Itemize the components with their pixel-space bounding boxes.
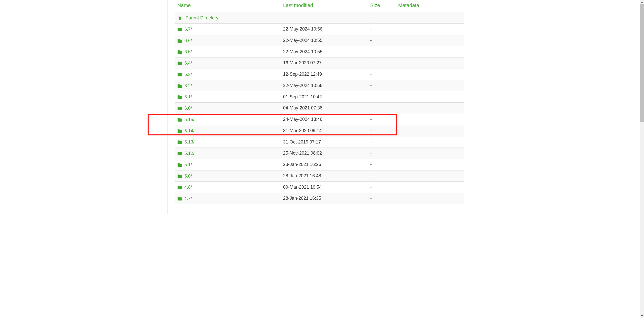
folder-name-label: 5.1/ [184,162,192,167]
vertical-scrollbar[interactable] [640,0,644,318]
folder-name-label: 6.5/ [184,49,192,54]
table-row: 5.13/31-Oct-2019 07:17- [175,136,464,148]
metadata-cell [396,170,464,182]
name-cell: 6.0/ [175,103,281,114]
modified-cell: 12-Sep-2022 12:49 [281,69,368,80]
size-cell: - [368,80,396,91]
name-cell: 5.13/ [175,136,281,148]
folder-icon [177,128,182,133]
column-header-metadata[interactable]: Metadata [396,0,464,12]
scrollbar-thumb[interactable] [640,4,644,122]
table-row: 5.14/31-Mar-2020 09:14- [175,125,464,136]
table-row: 4.7/28-Jan-2021 16:35- [175,193,464,204]
folder-icon [177,185,182,190]
folder-link[interactable]: 6.3/ [177,72,192,77]
folder-icon [177,83,182,88]
folder-link[interactable]: 6.7/ [177,26,192,32]
folder-name-label: 5.14/ [184,128,194,133]
folder-link[interactable]: 6.2/ [177,83,192,88]
size-cell: - [368,69,396,80]
modified-cell: 22-May-2024 10:56 [281,23,368,35]
folder-link[interactable]: 4.7/ [177,196,192,201]
modified-cell: 01-Sep-2021 10:42 [281,91,368,103]
modified-cell: 25-Nov-2021 08:02 [281,148,368,159]
folder-icon [177,117,182,122]
name-cell: 5.14/ [175,125,281,136]
folder-name-label: 6.6/ [184,38,192,43]
table-row: 6.4/16-Mar-2023 07:27- [175,57,464,69]
table-row: 5.1/28-Jan-2021 16:26- [175,159,464,170]
folder-name-label: 5.13/ [184,139,194,144]
name-cell: 6.3/ [175,69,281,80]
folder-link[interactable]: 5.14/ [177,128,194,133]
column-header-modified[interactable]: Last modified [281,0,368,12]
modified-cell: 31-Oct-2019 07:17 [281,136,368,148]
metadata-cell [396,193,464,204]
folder-link[interactable]: 6.4/ [177,60,192,65]
size-cell: - [368,103,396,114]
parent-size-cell: - [368,12,396,23]
metadata-cell [396,136,464,148]
folder-name-label: 5.0/ [184,173,192,178]
metadata-cell [396,69,464,80]
size-cell: - [368,182,396,193]
folder-icon [177,94,182,100]
parent-directory-link[interactable]: Parent Directory [177,15,218,20]
folder-link[interactable]: 6.5/ [177,49,192,54]
metadata-cell [396,91,464,103]
folder-name-label: 6.4/ [184,61,192,66]
metadata-cell [396,148,464,159]
folder-link[interactable]: 6.1/ [177,94,192,99]
folder-link[interactable]: 5.1/ [177,162,192,167]
folder-link[interactable]: 4.8/ [177,184,192,189]
folder-link[interactable]: 5.13/ [177,139,194,144]
name-cell: 6.7/ [175,23,281,35]
folder-link[interactable]: 5.0/ [177,173,192,178]
size-cell: - [368,148,396,159]
parent-modified-cell [281,12,368,23]
folder-name-label: 6.3/ [184,72,192,77]
page-scroll-area[interactable]: Name Last modified Size Metadata [0,0,640,318]
metadata-cell [396,35,464,46]
table-row: 6.6/22-May-2024 10:55- [175,35,464,46]
name-cell: 4.7/ [175,193,281,204]
folder-name-label: 5.12/ [184,151,194,156]
folder-link[interactable]: 5.15/ [177,117,194,122]
size-cell: - [368,57,396,69]
name-cell: 5.0/ [175,170,281,182]
metadata-cell [396,80,464,91]
folder-icon [177,38,182,43]
scrollbar-up-arrow-icon[interactable] [640,0,644,4]
modified-cell: 28-Jan-2021 16:35 [281,193,368,204]
metadata-cell [396,125,464,136]
modified-cell: 22-May-2024 10:55 [281,35,368,46]
column-header-name[interactable]: Name [175,0,281,12]
table-row: 6.7/22-May-2024 10:56- [175,23,464,35]
size-cell: - [368,114,396,125]
folder-link[interactable]: 5.12/ [177,151,194,156]
name-cell: 6.6/ [175,35,281,46]
table-row: 5.0/28-Jan-2021 16:48- [175,170,464,182]
metadata-cell [396,103,464,114]
table-row: 6.0/04-May-2021 07:38- [175,103,464,114]
metadata-cell [396,182,464,193]
scrollbar-track[interactable] [640,4,644,314]
table-row: 5.15/24-May-2024 13:46- [175,114,464,125]
column-header-size[interactable]: Size [368,0,396,12]
metadata-cell [396,114,464,125]
folder-icon [177,27,182,32]
folder-icon [177,151,182,156]
folder-link[interactable]: 6.0/ [177,105,192,110]
folder-name-label: 6.7/ [184,27,192,32]
name-cell: 6.5/ [175,46,281,57]
size-cell: - [368,136,396,148]
modified-cell: 28-Jan-2021 16:48 [281,170,368,182]
scrollbar-down-arrow-icon[interactable] [640,314,644,318]
size-cell: - [368,91,396,103]
modified-cell: 09-Mar-2021 10:54 [281,182,368,193]
folder-link[interactable]: 6.6/ [177,38,192,43]
modified-cell: 28-Jan-2021 16:26 [281,159,368,170]
modified-cell: 22-May-2024 10:55 [281,46,368,57]
metadata-cell [396,46,464,57]
table-row: 6.5/22-May-2024 10:55- [175,46,464,57]
